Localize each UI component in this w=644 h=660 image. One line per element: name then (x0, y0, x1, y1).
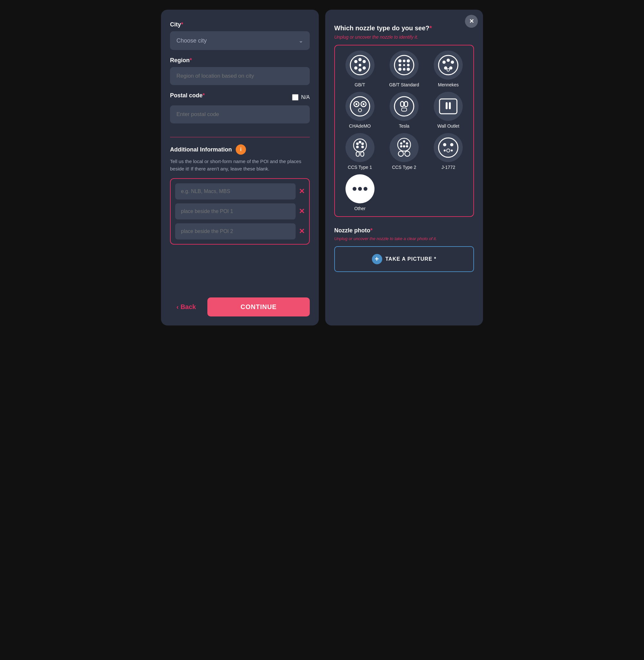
nozzle-icon-mennekes (434, 50, 463, 80)
svg-point-42 (356, 146, 359, 148)
nozzle-item-mennekes[interactable]: Mennekes (429, 50, 468, 87)
nozzle-item-chademo[interactable]: CHAdeMO (340, 92, 380, 129)
svg-point-28 (359, 109, 362, 112)
nozzle-photo-section: Nozzle photo* Unplug or uncover the nozz… (334, 227, 474, 272)
svg-point-59 (444, 150, 446, 152)
nozzle-label-gbt: GB/T (354, 82, 365, 87)
svg-point-61 (352, 187, 356, 191)
svg-point-47 (400, 142, 402, 145)
back-button[interactable]: ‹ Back (170, 299, 202, 315)
nozzle-label-j1772: J-1772 (441, 165, 455, 170)
close-button[interactable]: ✕ (465, 15, 478, 28)
svg-point-30 (363, 103, 365, 105)
poi-1-input[interactable] (175, 203, 296, 219)
plus-icon: + (372, 254, 382, 264)
svg-point-11 (398, 68, 401, 71)
svg-rect-32 (400, 102, 404, 107)
city-label: City* (170, 21, 310, 28)
svg-rect-35 (439, 99, 457, 114)
svg-point-58 (446, 149, 450, 152)
poi-2-remove-icon[interactable]: ✕ (299, 227, 305, 236)
nozzle-icon-chademo (345, 92, 374, 121)
additional-info-header: Additional Information i (170, 145, 310, 155)
chevron-left-icon: ‹ (177, 303, 179, 311)
region-input[interactable] (170, 67, 310, 85)
svg-rect-34 (401, 108, 407, 111)
svg-point-22 (444, 66, 447, 70)
city-dropdown[interactable]: Choose city ⌄ (170, 31, 310, 50)
nozzle-label-chademo: CHAdeMO (349, 124, 371, 129)
nozzle-icon-wall-outlet (434, 92, 463, 121)
city-required-star: * (181, 21, 183, 28)
nozzle-item-gbt-standard[interactable]: GB/T Standard (384, 50, 424, 87)
nozzle-item-gbt[interactable]: GB/T (340, 50, 380, 87)
city-placeholder: Choose city (177, 37, 207, 44)
na-checkbox[interactable] (292, 94, 299, 101)
nozzle-label-wall-outlet: Wall Outlet (437, 124, 459, 129)
svg-point-57 (450, 143, 453, 146)
nozzle-item-ccs2[interactable]: CCS Type 2 (384, 133, 424, 170)
nozzle-icon-gbt (345, 50, 374, 80)
nozzle-required-star: * (430, 24, 432, 31)
nozzle-photo-required-star: * (370, 227, 372, 234)
svg-point-1 (354, 60, 358, 63)
svg-point-14 (403, 68, 406, 71)
svg-point-46 (398, 138, 411, 151)
nozzle-item-other[interactable]: Other (340, 174, 380, 211)
svg-point-48 (406, 142, 408, 145)
postal-required-star: * (203, 92, 205, 98)
poi-main-input[interactable] (175, 183, 296, 199)
svg-point-18 (439, 56, 458, 75)
nozzle-label-mennekes: Mennekes (438, 82, 459, 87)
additional-info-desc: Tell us the local or short-form name of … (170, 158, 310, 172)
poi-main-remove-icon[interactable]: ✕ (299, 187, 305, 196)
nozzle-label-tesla: Tesla (399, 124, 410, 129)
nozzle-icon-tesla (390, 92, 419, 121)
svg-point-7 (359, 64, 361, 66)
svg-point-10 (407, 59, 410, 63)
svg-point-52 (403, 145, 405, 148)
chevron-down-icon: ⌄ (299, 37, 303, 44)
nozzle-item-tesla[interactable]: Tesla (384, 92, 424, 129)
nozzle-icon-ccs1 (345, 133, 374, 162)
svg-point-60 (451, 150, 453, 152)
nozzle-icon-ccs2 (390, 133, 419, 162)
postal-label: Postal code* (170, 92, 205, 99)
continue-button[interactable]: CONTINUE (207, 298, 310, 316)
svg-point-53 (398, 151, 404, 156)
poi-1-remove-icon[interactable]: ✕ (299, 207, 305, 216)
svg-point-19 (442, 61, 446, 64)
svg-point-24 (447, 69, 450, 71)
svg-point-2 (359, 58, 362, 61)
nozzle-item-ccs1[interactable]: CCS Type 1 (340, 133, 380, 170)
svg-point-23 (449, 66, 453, 70)
svg-point-55 (439, 138, 458, 157)
svg-point-56 (443, 143, 446, 146)
svg-point-43 (361, 146, 364, 148)
nozzle-label-ccs2: CCS Type 2 (392, 165, 416, 170)
nozzle-question: Which nozzle type do you see?* (334, 24, 474, 32)
nozzle-item-j1772[interactable]: J-1772 (429, 133, 468, 170)
additional-info-title: Additional Information (170, 146, 232, 153)
svg-point-9 (398, 59, 401, 63)
svg-rect-33 (405, 102, 408, 107)
svg-rect-45 (361, 152, 364, 156)
svg-point-25 (350, 97, 370, 116)
nozzle-icon-other (345, 174, 374, 203)
nozzle-grid: GB/T (340, 50, 468, 211)
svg-point-13 (403, 60, 406, 62)
poi-2-input[interactable] (175, 223, 296, 239)
nozzle-item-wall-outlet[interactable]: Wall Outlet (429, 92, 468, 129)
svg-point-39 (356, 142, 359, 145)
postal-input[interactable] (170, 105, 310, 124)
poi-2-row: ✕ (175, 223, 305, 239)
nozzle-hint: Unplug or uncover the nozzle to identify… (334, 35, 474, 40)
nozzle-photo-label: Nozzle photo* (334, 227, 474, 234)
svg-point-50 (400, 145, 402, 148)
section-divider (170, 137, 310, 137)
svg-point-6 (363, 66, 366, 70)
svg-point-41 (359, 141, 361, 144)
take-picture-button[interactable]: + TAKE A PICTURE * (334, 246, 474, 272)
region-required-star: * (190, 57, 192, 64)
svg-point-31 (394, 97, 414, 116)
